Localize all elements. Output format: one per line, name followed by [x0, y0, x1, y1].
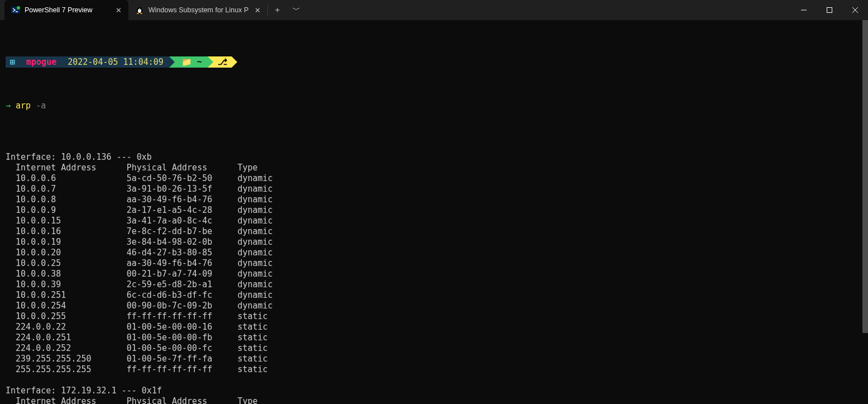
svg-point-6 — [137, 13, 139, 14]
tab-strip: PowerShell 7 Preview ✕ Windows Subsystem… — [0, 0, 306, 20]
arp-row: 10.0.0.254 00-90-0b-7c-09-2b dynamic — [6, 301, 862, 311]
command-line: → arp -a — [6, 101, 862, 111]
column-headers: Internet Address Physical Address Type — [6, 396, 862, 404]
tab-dropdown-button[interactable]: ﹀ — [287, 5, 306, 15]
svg-point-7 — [140, 13, 142, 14]
arp-row: 10.0.0.25 aa-30-49-f6-b4-76 dynamic — [6, 258, 862, 269]
powerline-arrow-icon — [169, 56, 175, 68]
close-tab-icon[interactable]: ✕ — [114, 6, 123, 15]
tab-powershell[interactable]: PowerShell 7 Preview ✕ — [4, 0, 128, 20]
titlebar-drag-area[interactable] — [306, 0, 791, 20]
user-segment: mpogue — [21, 56, 62, 68]
new-tab-button[interactable]: ＋ — [268, 5, 287, 15]
arp-row: 239.255.255.250 01-00-5e-7f-ff-fa static — [6, 354, 862, 364]
svg-point-5 — [140, 8, 141, 9]
minimize-icon — [801, 7, 807, 13]
powerline-arrow-icon — [208, 56, 213, 68]
close-icon — [852, 7, 858, 13]
prompt-symbol: → — [6, 101, 11, 111]
svg-point-4 — [138, 8, 140, 9]
column-headers: Internet Address Physical Address Type — [6, 163, 862, 173]
blank-line — [6, 375, 862, 386]
terminal-viewport[interactable]: ⊞ mpogue 2022-04-05 11:04:09 📁 ~ ⎇ → arp… — [0, 20, 868, 404]
command-name: arp — [16, 101, 31, 111]
command-output: Interface: 10.0.0.136 --- 0xbInternet Ad… — [6, 152, 862, 404]
path-segment: 📁 ~ — [175, 56, 208, 68]
time-segment: 2022-04-05 11:04:09 — [62, 56, 169, 68]
os-segment: ⊞ — [6, 56, 21, 68]
folder-icon: 📁 — [181, 57, 192, 68]
svg-rect-8 — [827, 8, 832, 13]
arp-row: 10.0.0.39 2c-59-e5-d8-2b-a1 dynamic — [6, 279, 862, 290]
arp-row: 10.0.0.9 2a-17-e1-a5-4c-28 dynamic — [6, 205, 862, 216]
tab-title: Windows Subsystem for Linux P — [148, 6, 248, 14]
window-controls — [791, 0, 868, 20]
git-segment: ⎇ — [213, 56, 232, 68]
arp-row: 10.0.0.8 aa-30-49-f6-b4-76 dynamic — [6, 194, 862, 205]
arp-row: 10.0.0.255 ff-ff-ff-ff-ff-ff static — [6, 311, 862, 322]
windows-icon: ⊞ — [10, 57, 15, 68]
vertical-scrollbar[interactable] — [861, 20, 868, 404]
svg-point-1 — [17, 6, 20, 9]
minimize-button[interactable] — [791, 0, 817, 20]
arp-row: 255.255.255.255 ff-ff-ff-ff-ff-ff static — [6, 364, 862, 375]
powershell-icon — [11, 6, 20, 15]
arp-row: 10.0.0.15 3a-41-7a-a0-8c-4c dynamic — [6, 216, 862, 226]
scrollbar-thumb[interactable] — [862, 20, 868, 333]
arp-row: 224.0.0.22 01-00-5e-00-00-16 static — [6, 322, 862, 332]
tab-title: PowerShell 7 Preview — [25, 6, 109, 14]
arp-row: 10.0.0.20 46-d4-27-b3-80-85 dynamic — [6, 248, 862, 258]
arp-row: 10.0.0.6 5a-cd-50-76-b2-50 dynamic — [6, 173, 862, 184]
tab-wsl[interactable]: Windows Subsystem for Linux P ✕ — [128, 0, 267, 20]
close-tab-icon[interactable]: ✕ — [253, 6, 262, 15]
maximize-icon — [827, 7, 832, 13]
title-bar: PowerShell 7 Preview ✕ Windows Subsystem… — [0, 0, 868, 20]
interface-header: Interface: 172.19.32.1 --- 0x1f — [6, 386, 862, 396]
prompt: ⊞ mpogue 2022-04-05 11:04:09 📁 ~ ⎇ — [6, 56, 862, 68]
branch-icon: ⎇ — [218, 57, 227, 68]
powerline-arrow-icon — [232, 56, 237, 68]
arp-row: 224.0.0.251 01-00-5e-00-00-fb static — [6, 332, 862, 343]
arp-row: 224.0.0.252 01-00-5e-00-00-fc static — [6, 343, 862, 354]
close-window-button[interactable] — [842, 0, 868, 20]
arp-row: 10.0.0.19 3e-84-b4-98-02-0b dynamic — [6, 237, 862, 248]
arp-row: 10.0.0.38 00-21-b7-a7-74-09 dynamic — [6, 269, 862, 279]
arp-row: 10.0.0.251 6c-cd-d6-b3-df-fc dynamic — [6, 290, 862, 301]
arp-row: 10.0.0.16 7e-8c-f2-dd-b7-be dynamic — [6, 226, 862, 237]
arp-row: 10.0.0.7 3a-91-b0-26-13-5f dynamic — [6, 184, 862, 194]
command-args: -a — [36, 101, 46, 111]
maximize-button[interactable] — [817, 0, 842, 20]
linux-icon — [135, 6, 144, 15]
interface-header: Interface: 10.0.0.136 --- 0xb — [6, 152, 862, 163]
path-text: ~ — [197, 57, 202, 68]
tab-actions: ＋ ﹀ — [268, 0, 306, 20]
